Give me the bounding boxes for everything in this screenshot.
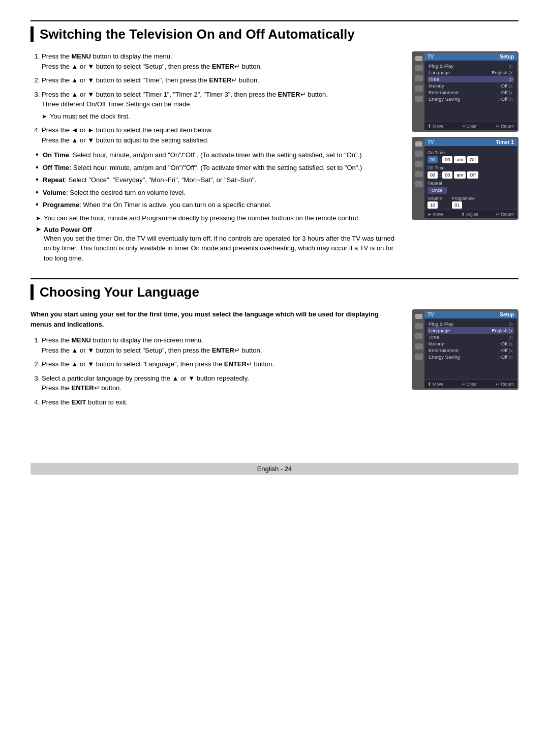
tv2-value-melody: : Off ▷: [499, 341, 513, 346]
tv2-row-entertainment: Entertainment : Off ▷: [428, 347, 514, 354]
tv-body-2: Plug & Play ▷ Language English ▷ Time ▷: [424, 318, 517, 380]
timer-body: On Time 00 : 00 am Off Off Time 00: [424, 146, 517, 210]
section2-intro: When you start using your set for the fi…: [30, 309, 400, 329]
colon-2: :: [439, 172, 441, 178]
off-min: 00: [442, 171, 452, 179]
autopower-title: Auto Power Off: [36, 226, 400, 234]
tv-menu-title-2: Setup: [500, 312, 514, 317]
tv-main-2: TV Setup Plug & Play ▷ Language English …: [424, 311, 517, 388]
tv-row-entertainment: Entertainment : Off ▷: [428, 89, 514, 96]
tv-footer-enter-1: ↵Enter: [462, 124, 476, 129]
tv-row-label-language: Language: [429, 70, 450, 75]
programme-col: Programme 01: [452, 196, 474, 208]
page-footer: English - 24: [30, 463, 518, 475]
off-hour: 00: [428, 171, 438, 179]
off-time-inputs: 00 : 00 am Off: [428, 171, 514, 179]
tv-row-plugplay: Plug & Play ▷: [428, 63, 514, 69]
volume-label: Volume: [43, 189, 66, 196]
tv2-arrow-plugplay: ▷: [509, 321, 513, 327]
tv-header-timer: TV Timer 1: [424, 138, 517, 146]
repeat-row: Repeat Once: [428, 181, 514, 194]
repeat-label: Repeat: [428, 181, 514, 186]
exit-bold: EXIT: [72, 398, 86, 406]
volume-col: Volume 10: [428, 196, 442, 208]
tv-row-label-melody: Melody: [429, 83, 444, 89]
remote-note: You can set the hour, minute and Program…: [30, 214, 400, 222]
sidebar-icon-s4: [415, 343, 423, 350]
enter-bold-2: ENTER: [209, 76, 231, 84]
section2-text: When you start using your set for the fi…: [30, 309, 400, 412]
on-time-label: On Time: [428, 150, 514, 155]
tv-footer-2: ⬆ Move ↵Enter ↩ Return: [424, 380, 517, 388]
section1-bullets: On Time: Select hour, minute, am/pm and …: [30, 150, 400, 210]
sidebar-icon-s3: [415, 333, 423, 339]
bullet-offtime: Off Time: Select hour, minute, am/pm and…: [36, 163, 400, 173]
section-divider-2: [30, 278, 518, 279]
tv2-label-melody: Melody: [429, 341, 444, 346]
tv2-label-time: Time: [429, 334, 439, 340]
bullet-repeat: Repeat: Select "Once", "Everyday", "Mon~…: [36, 175, 400, 185]
tv-row-label-plugplay: Plug & Play: [429, 63, 453, 69]
sidebar-icon-3: [415, 75, 423, 81]
on-onoff: Off: [467, 156, 478, 163]
sidebar-icon-t1: [415, 141, 422, 147]
tv2-arrow-time: ▷: [509, 334, 513, 340]
sidebar-icon-t4: [415, 171, 423, 177]
tv-row-arrow-plugplay: ▷: [509, 63, 513, 69]
tv-label-1: TV: [428, 54, 434, 60]
section1-content: Press the MENU button to display the men…: [30, 51, 518, 263]
tv-footer-return-1: ↩ Return: [496, 124, 514, 129]
tv-footer-move-1: ⬆ Move: [428, 124, 443, 129]
sidebar-icon-1: [415, 56, 422, 61]
enter-bold-1: ENTER: [212, 63, 234, 70]
vol-prog-row: Volume 10 Programme 01: [428, 196, 514, 208]
tv-menu-title-timer: Timer 1: [496, 139, 514, 145]
tv2-row-language: Language English ▷: [428, 327, 514, 334]
on-ampm: am: [454, 156, 466, 163]
sidebar-icon-t5: [415, 181, 423, 187]
tv2-footer-move: ⬆ Move: [428, 382, 443, 387]
tv2-label-plugplay: Plug & Play: [429, 321, 453, 327]
tv-header-1: TV Setup: [424, 53, 517, 61]
enter-bold-lang1: ENTER: [212, 346, 234, 354]
tv-row-value-melody: : Off ▷: [499, 83, 513, 89]
tv-layout-timer: TV Timer 1 On Time 00 : 00 am Off: [413, 138, 517, 218]
tv-screen-timer: TV Timer 1 On Time 00 : 00 am Off: [412, 137, 518, 220]
sidebar-icon-t2: [415, 151, 423, 157]
repeat-value: Once: [428, 187, 447, 194]
tv-footer-move-timer: ► Move: [428, 212, 444, 217]
tv2-label-energy: Energy Saving: [429, 354, 460, 360]
tv2-footer-return: ↩ Return: [496, 382, 514, 387]
tv-sidebar-2: [413, 311, 424, 388]
tv-footer-timer: ► Move ⬆ Adjust ↩ Return: [424, 210, 517, 218]
on-min: 00: [442, 156, 452, 163]
tv-body-1: Plug & Play ▷ Language : English ▷ Time …: [424, 61, 517, 122]
autopower-section: Auto Power Off When you set the timer On…: [30, 226, 400, 264]
tv-main-1: TV Setup Plug & Play ▷ Language : Englis…: [424, 53, 517, 130]
enter-bold-lang2: ENTER: [224, 360, 247, 368]
menu-bold-lang1: MENU: [72, 336, 91, 344]
remote-note-text: You can set the hour, minute and Program…: [44, 214, 360, 222]
programme-col-label: Programme: [452, 196, 474, 201]
tv2-label-entertainment: Entertainment: [429, 347, 459, 353]
tv-row-time: Time ▷: [428, 76, 514, 82]
tv-label-2: TV: [428, 312, 434, 317]
sidebar-icon-5: [415, 96, 423, 102]
tv2-footer-enter: ↵Enter: [462, 382, 476, 387]
section-switching: Switching the Television On and Off Auto…: [30, 20, 518, 263]
tv-screen-setup-2: TV Setup Plug & Play ▷ Language English …: [412, 309, 518, 390]
sidebar-icon-t3: [415, 161, 423, 167]
step-2: Press the ▲ or ▼ button to select "Time"…: [42, 75, 400, 85]
on-hour: 00: [428, 156, 438, 163]
bullet-ontime: On Time: Select hour, minute, am/pm and …: [36, 150, 400, 160]
tv-main-timer: TV Timer 1 On Time 00 : 00 am Off: [424, 138, 517, 218]
menu-bold-1: MENU: [72, 52, 91, 60]
tv-footer-return-timer: ↩ Return: [496, 212, 514, 217]
sidebar-icon-2: [415, 65, 423, 71]
tv2-row-melody: Melody : Off ▷: [428, 340, 514, 347]
tv-label-timer: TV: [428, 139, 434, 145]
on-time-inputs: 00 : 00 am Off: [428, 156, 514, 163]
footer-wrap: English - 24: [30, 432, 518, 475]
programme-value: 01: [452, 201, 462, 209]
tv-screen-setup-1: TV Setup Plug & Play ▷ Language : Englis…: [412, 51, 518, 132]
